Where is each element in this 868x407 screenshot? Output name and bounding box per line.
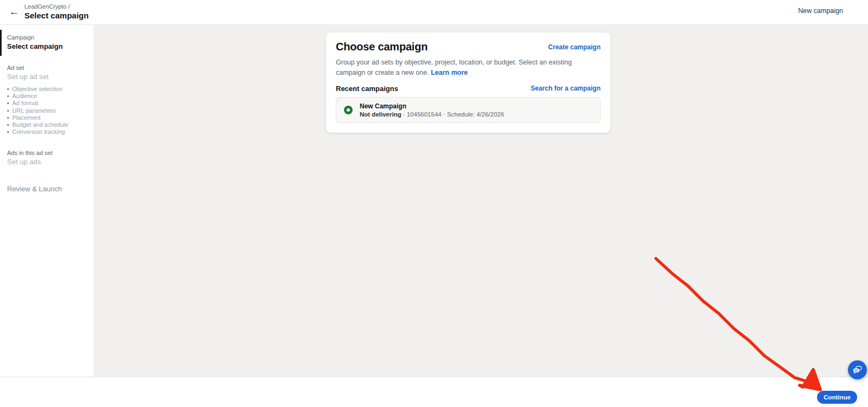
adset-step-objective[interactable]: Objective selection	[7, 86, 93, 93]
adset-step-audience[interactable]: Audience	[7, 93, 93, 100]
card-title: Choose campaign	[336, 41, 427, 53]
sidebar-item-select-campaign[interactable]: Select campaign	[7, 42, 88, 50]
adset-step-placement[interactable]: Placement	[7, 114, 93, 121]
back-arrow-icon: ←	[9, 6, 20, 17]
sidebar-item-review-launch[interactable]: Review & Launch	[0, 185, 93, 193]
sidebar-section-campaign[interactable]: Campaign Select campaign	[0, 30, 93, 56]
sidebar-adset-label: Ad set	[7, 64, 93, 71]
sidebar: Campaign Select campaign Ad set Set up a…	[0, 25, 93, 407]
choose-campaign-card: Choose campaign Create campaign Group yo…	[326, 33, 610, 133]
adset-step-ad-format[interactable]: Ad format	[7, 100, 93, 107]
topbar-titles: LeadGenCrypto / Select campaign	[24, 3, 88, 20]
learn-more-link[interactable]: Learn more	[431, 69, 468, 76]
card-header: Choose campaign Create campaign	[336, 41, 601, 53]
sidebar-section-ads: Ads in this ad set Set up ads	[0, 150, 93, 166]
adset-steps-list: Objective selection Audience Ad format U…	[7, 86, 93, 135]
page-title: Select campaign	[24, 11, 88, 20]
sidebar-campaign-label: Campaign	[7, 34, 88, 41]
sidebar-item-setup-adset[interactable]: Set up ad set	[7, 73, 93, 81]
recent-campaigns-row: Recent campaigns Search for a campaign	[336, 85, 601, 93]
sidebar-item-setup-ads[interactable]: Set up ads	[7, 158, 93, 166]
search-campaign-link[interactable]: Search for a campaign	[531, 85, 601, 92]
campaign-item-text: New Campaign Not delivering· 1045601544 …	[360, 102, 504, 118]
adset-step-budget-schedule[interactable]: Budget and schedule	[7, 121, 93, 128]
recent-campaigns-label: Recent campaigns	[336, 85, 398, 93]
sidebar-ads-label: Ads in this ad set	[7, 150, 93, 156]
chat-help-fab[interactable]	[848, 360, 867, 379]
chat-bubbles-icon	[852, 365, 863, 375]
card-description: Group your ad sets by objective, project…	[336, 57, 601, 78]
footer-bar: Continue	[0, 377, 868, 407]
campaign-status: Not delivering	[360, 111, 401, 118]
create-campaign-link[interactable]: Create campaign	[548, 43, 601, 51]
campaign-subtext: Not delivering· 1045601544 · Schedule: 4…	[360, 111, 504, 118]
campaign-meta: · 1045601544 · Schedule: 4/26/2026	[403, 111, 505, 118]
sidebar-section-adset: Ad set Set up ad set Objective selection…	[0, 64, 93, 135]
continue-button[interactable]: Continue	[817, 391, 857, 404]
campaign-list-item[interactable]: New Campaign Not delivering· 1045601544 …	[336, 97, 601, 123]
breadcrumb: LeadGenCrypto /	[24, 3, 88, 10]
radio-selected-icon[interactable]	[344, 106, 353, 114]
campaign-name: New Campaign	[360, 102, 504, 110]
adset-step-url-parameters[interactable]: URL parameters	[7, 107, 93, 114]
back-button[interactable]: ←	[7, 5, 21, 19]
topbar: ← LeadGenCrypto / Select campaign New ca…	[0, 0, 868, 25]
adset-step-conversion-tracking[interactable]: Conversion tracking	[7, 128, 93, 135]
new-campaign-button[interactable]: New campaign	[798, 7, 843, 15]
